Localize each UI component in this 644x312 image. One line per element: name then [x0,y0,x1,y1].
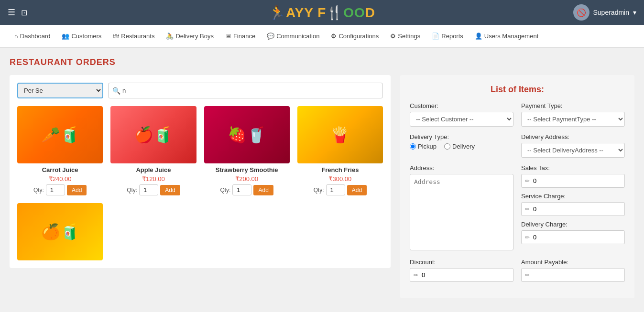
customers-icon: 👥 [62,32,69,40]
search-box: 🔍 [108,83,383,98]
amount-payable-wrapper: ✏ [521,268,625,282]
delivery-charge-input[interactable] [521,230,625,244]
nav-item-configurations[interactable]: ⚙ Configurations [326,30,383,43]
delivery-charge-label: Delivery Charge: [521,221,625,228]
pickup-option[interactable]: Pickup [410,143,437,150]
pickup-radio[interactable] [410,143,416,150]
product-name-strawberry-smoothie: Strawberry Smoothie [204,166,290,173]
user-menu[interactable]: 🚫 Superadmin ▾ [573,4,637,21]
nav-label-customers: Customers [71,32,101,40]
nav-label-finance: Finance [233,32,255,40]
nav-item-dashboard[interactable]: ⌂ Dashboard [10,30,55,43]
add-button-french-fries[interactable]: Add [347,185,367,195]
product-image-french-fries: 🍟 [297,106,383,163]
address-textarea[interactable] [410,174,513,250]
products-toolbar: Per Se 🔍 [17,83,383,98]
avatar: 🚫 [573,4,589,21]
nav-label-users-management: Users Management [484,32,538,40]
nav-label-dashboard: Dashboard [20,32,51,40]
payment-type-select[interactable]: -- Select PaymentType -- [521,112,625,127]
discount-input[interactable] [410,268,513,282]
nav-item-settings[interactable]: ⚙ Settings [385,30,425,43]
amount-payable-input[interactable] [521,268,625,282]
product-image-strawberry-smoothie: 🍓🥤 [204,106,290,163]
products-panel: Per Se 🔍 🥕🧃 Carrot Juice ₹240.00 Qty: [10,75,391,268]
nav-label-reports: Reports [441,32,463,40]
nav-item-finance[interactable]: 🖥 Finance [220,30,260,43]
amount-payable-col: Amount Payable: ✏ [521,258,625,282]
product-card-carrot-juice: 🥕🧃 Carrot Juice ₹240.00 Qty: Add [17,106,103,195]
crop-icon[interactable]: ⊡ [21,8,27,17]
nav-label-settings: Settings [398,32,420,40]
header: ☰ ⊡ 🏃AYY F🍴OOD 🚫 Superadmin ▾ [0,0,644,25]
qty-label-carrot: Qty: [33,187,44,194]
sales-tax-input[interactable] [521,174,625,188]
delivery-address-select[interactable]: -- Select DeliveryAddress -- [521,143,625,158]
logo: 🏃AYY F🍴OOD [269,5,375,21]
product-qty-row-carrot-juice: Qty: Add [17,184,103,195]
product-image-apple-juice: 🍎🧃 [110,106,196,163]
qty-input-carrot-juice[interactable] [46,184,65,195]
qty-input-apple-juice[interactable] [139,184,158,195]
pickup-label: Pickup [418,143,437,150]
product-price-french-fries: ₹300.00 [297,175,383,183]
product-price-carrot-juice: ₹240.00 [17,175,103,183]
qty-input-french-fries[interactable] [326,184,345,195]
hamburger-icon[interactable]: ☰ [8,7,15,18]
nav-label-configurations: Configurations [338,32,379,40]
restaurants-icon: 🍽 [113,32,119,40]
user-dropdown-arrow[interactable]: ▾ [633,9,636,16]
tax-col: Sales Tax: ✏ Service Charge: ✏ [521,164,625,244]
add-button-strawberry-smoothie[interactable]: Add [253,185,273,195]
nav-item-communication[interactable]: 💬 Communication [262,30,324,43]
sales-tax-label: Sales Tax: [521,164,625,172]
customer-label: Customer: [410,102,513,109]
qty-label-apple: Qty: [127,187,137,194]
service-charge-group: Service Charge: ✏ [521,193,625,216]
qty-label-fries: Qty: [314,187,324,194]
users-management-icon: 👤 [475,32,482,40]
discount-wrapper: ✏ [410,268,513,282]
sales-tax-edit-icon: ✏ [525,178,530,184]
restaurant-select[interactable]: Per Se [17,83,103,98]
amount-payable-label: Amount Payable: [521,258,625,266]
product-card-apple-juice: 🍎🧃 Apple Juice ₹120.00 Qty: Add [110,106,196,195]
product-card-strawberry-smoothie: 🍓🥤 Strawberry Smoothie ₹200.00 Qty: Add [204,106,290,195]
search-input[interactable] [122,87,379,94]
discount-col: Discount: ✏ [410,258,513,282]
delivery-charge-wrapper: ✏ [521,230,625,244]
product-qty-row-strawberry-smoothie: Qty: Add [204,184,290,195]
service-charge-input[interactable] [521,202,625,216]
delivery-label: Delivery [452,143,475,150]
add-button-carrot-juice[interactable]: Add [67,185,87,195]
nav-item-reports[interactable]: 📄 Reports [427,30,468,43]
nav-item-customers[interactable]: 👥 Customers [57,30,106,43]
discount-edit-icon: ✏ [414,272,418,279]
search-icon: 🔍 [112,87,120,95]
delivery-option[interactable]: Delivery [444,143,475,150]
navbar: ⌂ Dashboard 👥 Customers 🍽 Restaurants 🚴 … [0,25,644,48]
add-button-apple-juice[interactable]: Add [160,185,180,195]
qty-input-strawberry-smoothie[interactable] [232,184,251,195]
page-title: RESTAURANT ORDERS [10,57,634,67]
content-layout: Per Se 🔍 🥕🧃 Carrot Juice ₹240.00 Qty: [10,75,634,298]
nav-item-users-management[interactable]: 👤 Users Management [470,30,543,43]
main-content: RESTAURANT ORDERS Per Se 🔍 🥕🧃 Carrot Jui… [0,48,644,312]
delivery-type-options: Pickup Delivery [410,143,513,150]
delivery-type-label: Delivery Type: [410,133,513,140]
finance-icon: 🖥 [225,32,231,40]
delivery-radio[interactable] [444,143,450,150]
payment-type-col: Payment Type: -- Select PaymentType -- [521,102,625,127]
customer-col: Customer: -- Select Customer -- [410,102,513,127]
product-name-french-fries: French Fries [297,166,383,173]
product-card-french-fries: 🍟 French Fries ₹300.00 Qty: Add [297,106,383,195]
sales-tax-wrapper: ✏ [521,174,625,188]
nav-item-restaurants[interactable]: 🍽 Restaurants [108,30,159,43]
address-col: Address: [410,164,513,252]
address-label: Address: [410,164,513,172]
customer-select[interactable]: -- Select Customer -- [410,112,513,127]
delivery-charge-group: Delivery Charge: ✏ [521,221,625,244]
product-price-apple-juice: ₹120.00 [110,175,196,183]
nav-item-delivery-boys[interactable]: 🚴 Delivery Boys [161,30,218,43]
payment-type-label: Payment Type: [521,102,625,109]
